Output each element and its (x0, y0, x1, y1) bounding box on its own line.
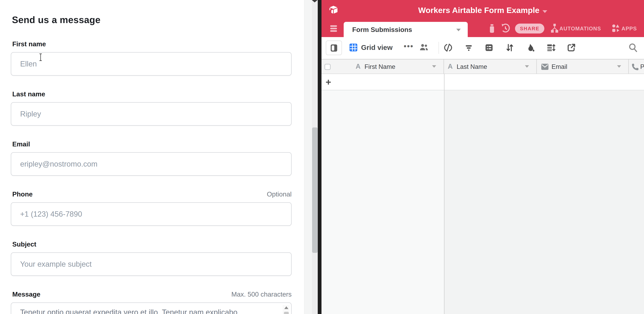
email-input[interactable] (11, 152, 292, 176)
column-caret-icon[interactable] (432, 65, 436, 68)
view-bar: Form Submissions SHARE AUTOM (322, 20, 644, 37)
sidebar-toggle-icon (330, 44, 338, 52)
airtable-titlebar: Workers Airtable Form Example HELP ? (322, 0, 644, 20)
share-button[interactable]: SHARE (515, 24, 544, 34)
message-text: Tenetur optio quaerat expedita vero et i… (20, 308, 238, 314)
phone-label: Phone (12, 190, 32, 198)
row-height-icon[interactable] (546, 43, 556, 52)
color-icon[interactable] (526, 43, 535, 53)
scrollbar-up-arrow-icon[interactable] (312, 0, 318, 3)
grid-header-row: A First Name A Last Name Email P (322, 59, 644, 74)
trash-icon[interactable] (488, 24, 496, 33)
text-field-type-icon: A (356, 63, 360, 70)
tab-caret-icon (456, 29, 461, 31)
message-textarea[interactable]: Tenetur optio quaerat expedita vero et i… (11, 302, 292, 314)
history-icon[interactable] (501, 24, 510, 33)
automations-button[interactable]: AUTOMATIONS (559, 26, 601, 32)
form-heading: Send us a message (12, 14, 100, 25)
column-header-last-name[interactable]: Last Name (457, 63, 487, 70)
search-icon[interactable] (628, 43, 638, 53)
view-toolbar: Grid view ••• (322, 37, 644, 59)
tab-label: Form Submissions (352, 26, 412, 34)
frozen-column-border[interactable] (444, 74, 444, 314)
sidebar-menu-icon[interactable] (330, 25, 337, 33)
apps-icon[interactable] (612, 24, 620, 33)
last-name-label: Last name (12, 90, 45, 98)
view-name-button[interactable]: Grid view (361, 44, 393, 52)
share-view-icon[interactable] (567, 43, 576, 52)
phone-input[interactable] (11, 202, 292, 226)
text-field-type-icon: A (448, 63, 453, 70)
column-header-first-name[interactable]: First Name (364, 63, 396, 70)
tab-form-submissions[interactable]: Form Submissions (344, 22, 468, 37)
view-more-options-icon[interactable]: ••• (404, 42, 414, 50)
grid-empty-area-frozen (322, 90, 444, 314)
message-maxchars-note: Max. 500 characters (232, 290, 292, 298)
textarea-scroll-thumb[interactable] (284, 312, 289, 314)
email-field-type-icon (541, 63, 549, 70)
collaborators-icon[interactable] (419, 43, 429, 52)
column-header-email[interactable]: Email (552, 63, 568, 70)
toolbar-divider (438, 42, 439, 54)
email-label: Email (12, 140, 30, 148)
column-header-phone[interactable]: P (640, 63, 644, 70)
message-label: Message (12, 290, 40, 298)
phone-optional-note: Optional (267, 190, 292, 198)
column-divider[interactable] (536, 60, 537, 75)
airtable-window: Workers Airtable Form Example HELP ? For… (322, 0, 644, 314)
base-title[interactable]: Workers Airtable Form Example (322, 6, 644, 15)
window-divider (318, 0, 322, 314)
automations-icon[interactable] (550, 24, 559, 33)
title-caret-icon (542, 10, 547, 13)
filter-icon[interactable] (464, 44, 473, 52)
contact-form-pane: Send us a message First name Last name E… (0, 0, 304, 314)
column-caret-icon[interactable] (525, 65, 529, 68)
view-sidebar-toggle-button[interactable] (326, 41, 342, 55)
first-name-label: First name (12, 40, 46, 48)
grid-view-icon[interactable] (349, 43, 358, 52)
column-caret-icon[interactable] (617, 65, 621, 68)
hide-fields-icon[interactable] (444, 43, 452, 52)
select-all-checkbox[interactable] (324, 64, 330, 70)
apps-button[interactable]: APPS (622, 26, 637, 32)
add-record-plus-icon[interactable]: + (326, 76, 331, 88)
textarea-scrollbar[interactable] (283, 305, 290, 314)
grid-empty-area (444, 90, 644, 314)
phone-field-type-icon (631, 63, 639, 71)
add-record-row[interactable]: + (322, 74, 644, 90)
scrollbar-gutter (304, 0, 312, 314)
scroll-up-icon[interactable] (284, 306, 288, 309)
page-scroll-thumb[interactable] (312, 127, 318, 253)
last-name-input[interactable] (11, 102, 292, 126)
sort-icon[interactable] (506, 43, 514, 53)
column-divider[interactable] (628, 60, 629, 75)
subject-input[interactable] (11, 252, 292, 276)
subject-label: Subject (12, 240, 36, 248)
group-icon[interactable] (484, 43, 494, 52)
text-cursor-icon (38, 53, 44, 61)
column-divider[interactable] (444, 60, 444, 75)
first-name-input[interactable] (11, 52, 292, 76)
